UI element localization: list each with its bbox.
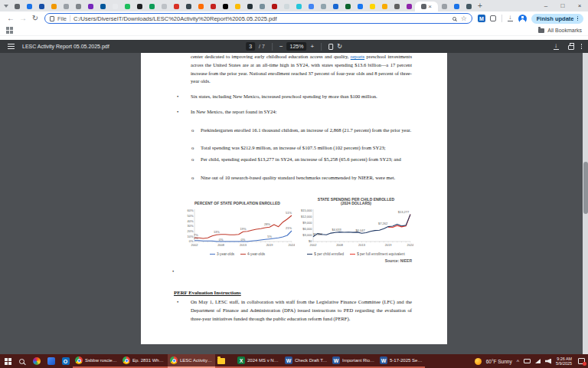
tab-favicon (137, 4, 142, 9)
tab-favicon (333, 4, 338, 9)
pdf-scrollbar-thumb[interactable] (583, 162, 588, 214)
profile-avatar[interactable] (518, 15, 527, 23)
browser-tab[interactable] (145, 2, 158, 12)
pdf-more-icon[interactable] (581, 44, 583, 49)
browser-tab[interactable] (96, 2, 109, 12)
weather-label[interactable]: 60°F Sunny (486, 359, 512, 364)
taskbar-task-chrome[interactable]: Ssbbw roscie lisala... (73, 354, 120, 368)
tab-close-icon[interactable]: × (428, 4, 432, 10)
maximize-button[interactable]: □ (554, 0, 571, 12)
browser-tab[interactable] (121, 2, 133, 12)
network-icon[interactable] (535, 359, 541, 363)
zoom-level[interactable]: 125% (287, 42, 307, 51)
pdf-download-icon[interactable]: ↓ (554, 44, 559, 50)
address-bar[interactable]: File C:/Users/DiverseIT/Downloads/LESC%2… (44, 13, 472, 24)
finish-update-button[interactable]: Finish update (531, 14, 583, 24)
browser-tab[interactable] (158, 2, 170, 12)
zoom-in-button[interactable]: + (310, 43, 314, 51)
side-panel-icon[interactable] (490, 15, 496, 21)
pdf-print-icon[interactable] (568, 45, 574, 50)
taskbar-task-excel[interactable]: 2024 MS v NM.xlsx ... (235, 354, 283, 368)
browser-tab[interactable] (109, 2, 121, 12)
browser-tab[interactable] (243, 2, 256, 12)
weather-icon[interactable] (475, 358, 482, 365)
svg-text:0%: 0% (241, 238, 246, 242)
extension-m-icon[interactable]: M (478, 15, 485, 22)
perf-heading: PERF Evaluation Instructions (174, 289, 241, 297)
browser-tab[interactable] (305, 2, 317, 12)
browser-menu-kebab-icon[interactable] (577, 16, 579, 21)
browser-tab[interactable] (207, 2, 219, 12)
pinned-app-outlook[interactable] (58, 354, 73, 368)
svg-text:2008: 2008 (336, 243, 344, 247)
notification-center-icon[interactable] (578, 358, 585, 364)
reload-button[interactable]: ↻ (29, 12, 41, 25)
browser-tab[interactable] (182, 2, 194, 12)
clock[interactable]: 9:26 AM 5/9/2025 (556, 356, 572, 366)
apps-grid-icon[interactable] (6, 27, 9, 30)
browser-tab[interactable] (450, 2, 462, 12)
fit-page-icon[interactable] (328, 44, 333, 50)
outlook-icon (62, 357, 70, 365)
browser-tab[interactable] (341, 2, 354, 12)
pdf-menu-icon[interactable] (8, 46, 15, 47)
search-button[interactable] (15, 354, 29, 368)
zoom-out-button[interactable]: − (279, 43, 283, 51)
browser-tab[interactable] (231, 2, 243, 12)
back-button[interactable]: ← (5, 12, 17, 25)
browser-tab[interactable] (84, 2, 96, 12)
browser-tab[interactable] (390, 2, 403, 12)
reports-link[interactable]: reports (351, 54, 364, 59)
bookmark-star-icon[interactable]: ☆ (461, 15, 467, 22)
browser-tab[interactable] (11, 2, 23, 12)
pinned-app-colorful[interactable] (29, 354, 44, 368)
browser-tab[interactable] (256, 2, 268, 12)
browser-tab[interactable] (72, 2, 84, 12)
browser-tab[interactable] (403, 2, 415, 12)
rotate-icon[interactable]: ↻ (337, 43, 342, 51)
browser-tab[interactable] (194, 2, 207, 12)
tab-favicon (76, 4, 81, 9)
browser-tab[interactable] (60, 2, 72, 12)
zoom-text-icon[interactable] (452, 17, 456, 21)
active-tab[interactable]: × (415, 2, 438, 12)
volume-icon[interactable] (545, 359, 551, 364)
browser-tab[interactable] (268, 2, 280, 12)
minimize-button[interactable]: – (537, 0, 554, 12)
hidden-icons-chevron[interactable]: ^ (517, 359, 519, 364)
browser-tab[interactable] (462, 2, 475, 12)
browser-tab[interactable] (35, 2, 47, 12)
browser-tab[interactable] (170, 2, 182, 12)
chart-legend: $ per child enrolled$ per full enrollmen… (299, 252, 413, 256)
browser-tab[interactable] (280, 2, 292, 12)
browser-tab[interactable] (366, 2, 378, 12)
browser-tab[interactable] (438, 2, 450, 12)
taskbar-task-chrome[interactable]: LESC Activity Repor... (168, 354, 215, 368)
downloads-icon[interactable]: ↓ (508, 15, 513, 21)
browser-tab[interactable] (354, 2, 366, 12)
forward-button[interactable]: → (17, 12, 29, 25)
browser-tab[interactable] (47, 2, 60, 12)
new-tab-button[interactable]: + (478, 2, 482, 10)
start-button[interactable] (0, 354, 15, 368)
browser-tab[interactable] (133, 2, 145, 12)
taskbar-task-explorer[interactable] (215, 354, 235, 368)
browser-tab[interactable] (23, 2, 35, 12)
page-number-input[interactable]: 3 (246, 42, 255, 51)
browser-tab[interactable] (378, 2, 390, 12)
taskbar-task-word[interactable]: Important Rio Gran... (330, 354, 377, 368)
display-icon[interactable] (524, 359, 531, 363)
all-bookmarks-button[interactable]: All Bookmarks (538, 28, 582, 33)
taskbar-task-word[interactable]: Check Draft Templa... (283, 354, 330, 368)
browser-tab[interactable] (329, 2, 341, 12)
tab-list-caret-icon[interactable] (4, 5, 8, 8)
browser-tab[interactable] (317, 2, 329, 12)
pdf-title: LESC Activity Report 05.05.2025.pdf (22, 44, 109, 49)
enrollment-chart-plot: 0%10%20%30%40%50%60%20022008201320192024… (180, 208, 295, 251)
browser-tab[interactable] (292, 2, 305, 12)
taskbar-task-word[interactable]: 5-17-2025 Senedes... (377, 354, 425, 368)
taskbar-task-chrome[interactable]: Ep. 2831 What's Mo... (120, 354, 168, 368)
pinned-app-blue[interactable] (44, 354, 58, 368)
browser-tab[interactable] (219, 2, 231, 12)
close-button[interactable]: × (571, 0, 588, 12)
